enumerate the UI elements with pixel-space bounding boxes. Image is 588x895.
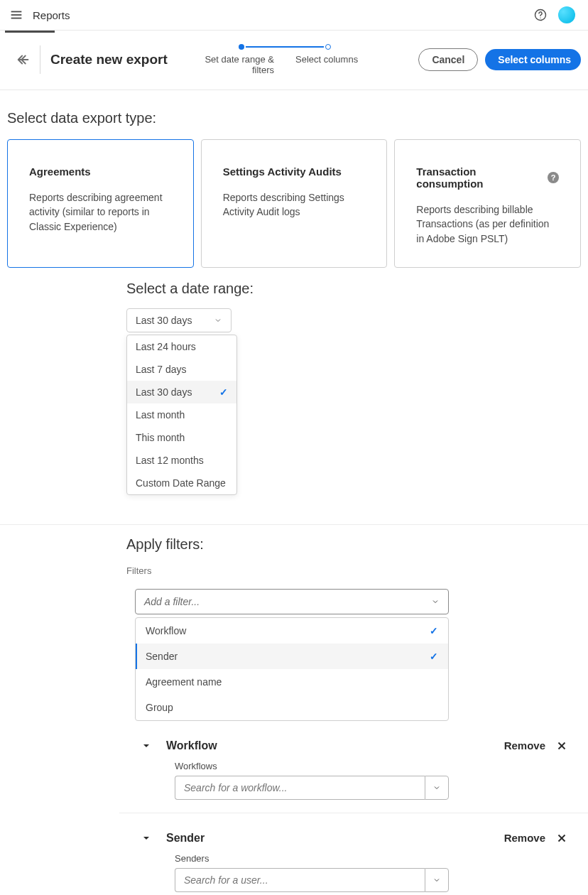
help-icon[interactable] [533,7,548,23]
option-label: Last 7 days [136,364,187,375]
date-option-last-30-days[interactable]: Last 30 days✓ [127,381,236,403]
export-type-cards: Agreements Reports describing agreement … [7,139,581,268]
card-title: Transaction consumption ? [416,166,559,190]
date-option-last-7-days[interactable]: Last 7 days [127,358,236,381]
cancel-button[interactable]: Cancel [418,48,478,71]
option-label: Custom Date Range [136,477,226,489]
filter-block-workflow: Workflow Remove Workflows [126,739,581,800]
chevron-down-icon[interactable] [141,832,152,844]
sender-search-input[interactable] [175,868,425,892]
workflow-search-input[interactable] [175,776,425,800]
card-desc: Reports describing billable Transactions… [416,202,559,246]
filter-option-sender[interactable]: Sender✓ [136,644,448,669]
content: Select data export type: Agreements Repo… [0,90,588,895]
option-label: Last month [136,409,185,421]
remove-filter-button[interactable]: Remove [504,739,545,752]
card-title: Settings Activity Audits [223,166,366,178]
chevron-down-icon [432,876,441,884]
filter-sublabel: Senders [175,853,581,864]
filter-sublabel: Workflows [175,761,581,771]
filter-name: Sender [166,832,205,845]
option-label: Workflow [146,625,186,636]
avatar[interactable] [558,6,575,23]
card-title-text: Transaction consumption [416,166,543,190]
sender-search-dropdown-button[interactable] [425,868,449,892]
chevron-down-icon [431,597,440,606]
option-label: Group [146,702,173,713]
chevron-down-icon [214,316,222,325]
filter-head: Workflow Remove [126,739,581,752]
header-actions: Cancel Select columns [418,48,581,71]
date-option-custom[interactable]: Custom Date Range [127,472,236,494]
chevron-down-icon[interactable] [141,740,152,752]
close-icon[interactable] [555,832,568,845]
card-settings-audits[interactable]: Settings Activity Audits Reports describ… [201,139,388,268]
filter-block-sender: Sender Remove Senders [126,832,581,892]
step-dot-next [325,44,331,50]
card-agreements[interactable]: Agreements Reports describing agreement … [7,139,194,268]
add-filter-select[interactable]: Add a filter... [135,589,449,614]
chevron-down-icon [432,783,441,792]
export-type-title: Select data export type: [7,110,581,126]
date-range-title: Select a date range: [126,281,581,297]
check-icon: ✓ [430,625,438,636]
date-range-dropdown: Last 24 hours Last 7 days Last 30 days✓ … [126,335,237,495]
date-range-select[interactable]: Last 30 days [126,308,232,332]
header-divider [40,45,40,74]
page-title: Create new export [50,52,168,67]
check-icon: ✓ [430,651,438,662]
filters-title: Apply filters: [126,536,581,553]
step1-label: Set date range & filters [192,54,274,75]
topbar: Reports [0,0,588,31]
select-columns-button[interactable]: Select columns [485,49,581,70]
close-icon[interactable] [555,739,568,752]
date-option-last-month[interactable]: Last month [127,403,236,426]
filter-name: Workflow [166,739,217,752]
info-icon[interactable]: ? [548,172,559,183]
svg-point-4 [540,18,540,18]
topbar-title: Reports [33,9,70,21]
divider [0,524,588,525]
svg-marker-7 [143,744,149,747]
step-connector [246,46,324,48]
topbar-right [533,6,575,23]
date-range-selected: Last 30 days [136,315,192,326]
svg-marker-10 [143,837,149,840]
back-arrow-icon[interactable] [13,49,34,70]
workflow-search [175,776,449,800]
step2-label: Select columns [295,54,377,75]
filters-section: Apply filters: Filters Add a filter... W… [126,536,581,892]
card-desc: Reports describing agreement activity (s… [29,190,172,234]
filter-option-agreement-name[interactable]: Agreement name [136,669,448,695]
date-option-last-24-hours[interactable]: Last 24 hours [127,335,236,358]
add-filter-placeholder: Add a filter... [144,596,200,607]
option-label: Last 12 months [136,455,204,466]
remove-filter-button[interactable]: Remove [504,832,545,844]
option-label: Last 30 days [136,386,192,398]
option-label: Last 24 hours [136,341,196,352]
step-dot-active [239,44,244,50]
filter-head: Sender Remove [126,832,581,845]
workflow-search-dropdown-button[interactable] [425,776,449,800]
date-option-last-12-months[interactable]: Last 12 months [127,449,236,472]
date-option-this-month[interactable]: This month [127,426,236,449]
date-range-section: Select a date range: Last 30 days Last 2… [126,281,581,332]
topbar-left: Reports [7,6,70,24]
card-title: Agreements [29,166,172,178]
filter-option-workflow[interactable]: Workflow✓ [136,618,448,644]
option-label: Sender [146,651,178,662]
option-label: Agreement name [146,676,222,688]
option-label: This month [136,432,185,443]
progress-stepper: Set date range & filters Select columns [192,44,377,75]
page-header: Create new export Set date range & filte… [0,33,588,90]
filter-option-group[interactable]: Group [136,695,448,720]
divider [119,813,588,813]
filters-sublabel: Filters [126,565,581,576]
hamburger-menu-icon[interactable] [7,6,26,24]
card-desc: Reports describing Settings Activity Aud… [223,190,366,219]
add-filter-dropdown: Workflow✓ Sender✓ Agreement name Group [135,617,449,721]
check-icon: ✓ [219,386,228,398]
sender-search [175,868,449,892]
card-transaction-consumption[interactable]: Transaction consumption ? Reports descri… [394,139,581,268]
